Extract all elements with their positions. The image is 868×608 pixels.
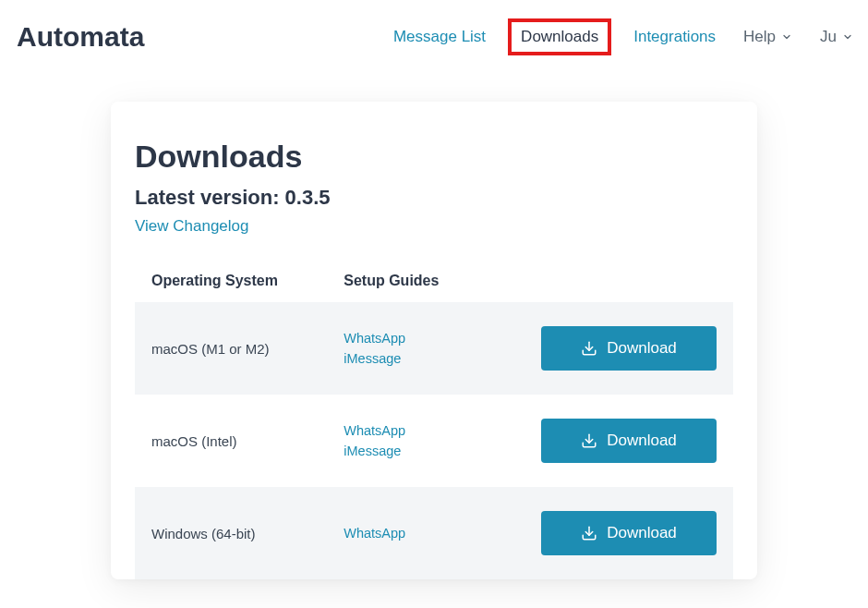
download-icon [581, 340, 597, 357]
guide-link-whatsapp[interactable]: WhatsApp [344, 423, 465, 438]
download-button-label: Download [607, 339, 677, 358]
nav-item-label: Help [743, 28, 776, 46]
guides-cell: WhatsAppiMessage [327, 395, 482, 487]
chevron-down-icon [781, 31, 792, 43]
downloads-card: Downloads Latest version: 0.3.5 View Cha… [111, 102, 757, 579]
nav-item-ju[interactable]: Ju [814, 24, 859, 50]
guide-link-whatsapp[interactable]: WhatsApp [344, 331, 465, 346]
download-button[interactable]: Download [541, 326, 717, 371]
chevron-down-icon [842, 31, 853, 43]
download-cell: Download [482, 395, 733, 487]
guide-link-whatsapp[interactable]: WhatsApp [344, 526, 465, 541]
guides-cell: WhatsAppiMessage [327, 302, 482, 395]
top-nav: Message ListDownloadsIntegrationsHelpJu [388, 18, 859, 55]
os-cell: Windows (64-bit) [135, 487, 327, 579]
brand-logo[interactable]: Automata [17, 21, 144, 53]
nav-item-label: Integrations [633, 28, 716, 45]
download-button[interactable]: Download [541, 419, 717, 463]
page-wrap: Downloads Latest version: 0.3.5 View Cha… [0, 74, 868, 579]
latest-version-label: Latest version: 0.3.5 [135, 186, 733, 210]
guides-list: WhatsApp [344, 526, 465, 541]
download-icon [581, 432, 597, 449]
download-cell: Download [482, 302, 733, 395]
page-title: Downloads [135, 139, 733, 175]
col-header-guides: Setup Guides [327, 260, 482, 302]
nav-item-label: Message List [393, 28, 486, 45]
guides-cell: WhatsApp [327, 487, 482, 579]
download-button-label: Download [607, 524, 677, 542]
download-button[interactable]: Download [541, 511, 717, 555]
download-button-label: Download [607, 432, 677, 450]
table-row: Windows (64-bit)WhatsAppDownload [135, 487, 733, 579]
download-cell: Download [482, 487, 733, 579]
col-header-os: Operating System [135, 260, 327, 302]
nav-item-message-list[interactable]: Message List [388, 24, 491, 50]
col-header-action [482, 260, 733, 302]
os-cell: macOS (Intel) [135, 395, 327, 487]
os-cell: macOS (M1 or M2) [135, 302, 327, 395]
nav-item-help[interactable]: Help [738, 24, 798, 50]
view-changelog-link[interactable]: View Changelog [135, 217, 249, 236]
nav-item-label: Ju [820, 28, 837, 46]
nav-item-label: Downloads [521, 28, 598, 45]
header: Automata Message ListDownloadsIntegratio… [0, 0, 868, 74]
guides-list: WhatsAppiMessage [344, 423, 465, 458]
table-row: macOS (M1 or M2)WhatsAppiMessageDownload [135, 302, 733, 395]
nav-item-downloads[interactable]: Downloads [508, 18, 611, 55]
download-icon [581, 525, 597, 541]
nav-item-integrations[interactable]: Integrations [628, 24, 721, 50]
downloads-tbody: macOS (M1 or M2)WhatsAppiMessageDownload… [135, 302, 733, 579]
table-row: macOS (Intel)WhatsAppiMessageDownload [135, 395, 733, 487]
guide-link-imessage[interactable]: iMessage [344, 351, 465, 366]
guide-link-imessage[interactable]: iMessage [344, 444, 465, 458]
downloads-table: Operating System Setup Guides macOS (M1 … [135, 260, 733, 579]
guides-list: WhatsAppiMessage [344, 331, 465, 366]
